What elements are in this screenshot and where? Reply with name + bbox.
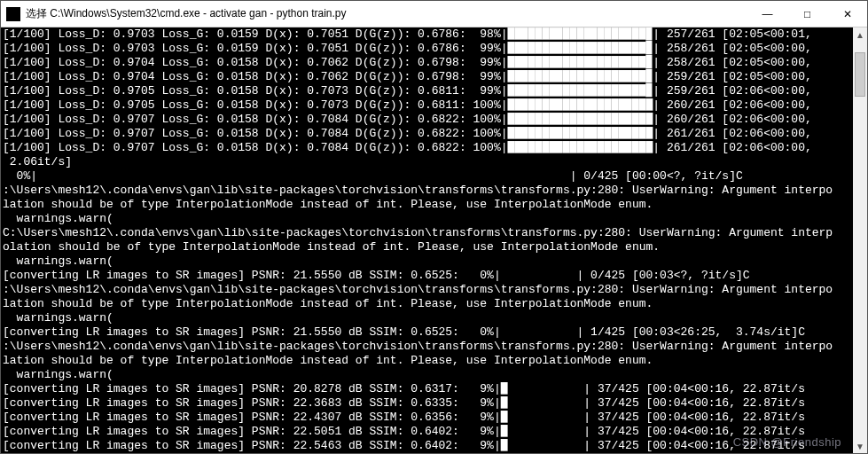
window-title-prefix: 选择 <box>26 7 47 20</box>
window-title: 选择 C:\Windows\System32\cmd.exe - activat… <box>26 6 747 21</box>
vertical-scrollbar[interactable]: ▲ ▼ <box>853 27 867 453</box>
terminal-area: [1/100] Loss_D: 0.9703 Loss_G: 0.0159 D(… <box>1 27 867 453</box>
window-controls: — □ ✕ <box>747 1 867 27</box>
terminal-output[interactable]: [1/100] Loss_D: 0.9703 Loss_G: 0.0159 D(… <box>1 27 853 453</box>
maximize-button[interactable]: □ <box>787 1 827 27</box>
minimize-button[interactable]: — <box>747 1 787 27</box>
scroll-up-arrow-icon[interactable]: ▲ <box>853 27 867 42</box>
scrollbar-track[interactable] <box>853 42 867 439</box>
scroll-down-arrow-icon[interactable]: ▼ <box>853 439 867 453</box>
close-button[interactable]: ✕ <box>827 1 867 27</box>
titlebar[interactable]: 选择 C:\Windows\System32\cmd.exe - activat… <box>1 1 867 27</box>
cmd-icon <box>6 7 20 21</box>
window-title-text: C:\Windows\System32\cmd.exe - activate g… <box>50 7 346 20</box>
scrollbar-thumb[interactable] <box>855 52 865 97</box>
cmd-window: 选择 C:\Windows\System32\cmd.exe - activat… <box>0 0 868 454</box>
